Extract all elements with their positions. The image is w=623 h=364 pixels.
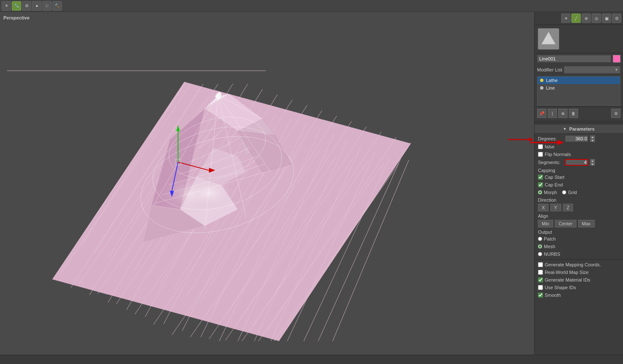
modifier-item-lathe[interactable]: Lathe [538,77,620,84]
stack-toolbar: 📌 | ⊗ 🗑 ⚙ [535,107,623,120]
make-unique-btn[interactable]: ⊗ [558,109,568,118]
direction-x-btn[interactable]: X [538,204,549,211]
sun-icon-btn[interactable]: ☀ [2,1,11,11]
utilities-icon-btn[interactable]: 🔨 [52,1,62,11]
cap-end-label: Cap End [545,182,563,187]
segments-label: Segments: [538,160,563,165]
modifier-list-dropdown[interactable]: ▼ [564,66,620,74]
weld-core-row: false [535,143,623,151]
weld-core-checkbox[interactable] [538,144,543,149]
nurbs-radio-label: NURBS [544,252,560,257]
direction-buttons: X Y Z [535,203,623,212]
mesh-radio-label: Mesh [544,244,555,249]
degrees-down-btn[interactable]: ▼ [590,139,595,142]
cap-end-row: Cap End [535,181,623,189]
modifier-stack: Lathe Line [537,76,620,106]
real-world-checkbox[interactable] [538,270,543,275]
segments-down-btn[interactable]: ▼ [590,162,595,166]
real-world-label: Real-World Map Size [545,270,589,275]
gen-material-label: Generate Material IDs [545,277,590,282]
config-btn[interactable]: ⚙ [611,109,620,118]
display-panel-btn[interactable]: ▣ [602,14,611,23]
hierarchy-icon-btn[interactable]: ⚙ [22,1,31,11]
use-shape-ids-row: Use Shape IDs [535,284,623,291]
cap-start-checkbox[interactable] [538,175,543,180]
direction-y-btn[interactable]: Y [550,204,561,211]
motion-panel-btn[interactable]: ◎ [592,14,601,23]
degrees-row: Degrees: ▲ ▼ [535,134,623,143]
hierarchy-panel-btn[interactable]: ⊕ [582,14,591,23]
top-toolbar: ☀ 🔧 ⚙ ● □ 🔨 [0,0,623,12]
morph-radio[interactable] [538,190,542,194]
flip-normals-row: Flip Normals [535,151,623,158]
modify-panel-btn[interactable]: ╱ [571,14,581,23]
direction-z-btn[interactable]: Z [563,204,573,211]
degrees-up-btn[interactable]: ▲ [590,135,595,139]
object-name-input[interactable] [537,55,611,63]
object-thumbnail [538,28,559,49]
object-color-swatch[interactable] [613,55,620,63]
show-result-btn[interactable]: | [548,109,557,118]
weld-core-label: false [545,144,554,149]
gen-mapping-checkbox[interactable] [538,262,543,267]
gen-mapping-row: Generate Mapping Coords. [535,261,623,268]
grid-radio[interactable] [562,190,566,194]
parameters-label: Parameters [569,126,595,131]
morph-grid-row: Morph Grid [535,189,623,196]
align-center-btn[interactable]: Center [555,220,576,227]
bottom-bar [0,355,623,364]
gen-material-row: Generate Material IDs [535,276,623,284]
collapse-icon: ▼ [563,127,567,131]
modifier-item-line[interactable]: Line [538,84,620,92]
smooth-checkbox[interactable] [538,293,543,298]
viewport[interactable]: Perspective [0,12,534,355]
mesh-radio[interactable] [538,244,542,249]
panel-divider-2 [535,259,623,260]
segments-spinner: ▲ ▼ [590,159,595,166]
utilities-panel-btn[interactable]: ⚙ [612,14,621,23]
patch-radio-label: Patch [544,236,556,241]
align-max-btn[interactable]: Max [578,220,595,227]
degrees-input[interactable] [565,135,588,142]
parameters-section-header[interactable]: ▼ Parameters [535,125,623,134]
capping-label: Capping [535,167,623,173]
panel-top-icons: ☀ ╱ ⊕ ◎ ▣ ⚙ [535,12,623,25]
remove-modifier-btn[interactable]: 🗑 [569,109,578,118]
gen-mapping-label: Generate Mapping Coords. [545,262,601,267]
grid-radio-label: Grid [568,190,577,195]
flip-normals-label: Flip Normals [545,152,571,157]
right-panel: ☀ ╱ ⊕ ◎ ▣ ⚙ [534,12,623,355]
cap-end-checkbox[interactable] [538,182,543,187]
line-dot [540,86,543,90]
degrees-spinner: ▲ ▼ [590,135,595,142]
create-icon-btn[interactable]: ☀ [561,14,571,23]
smooth-label: Smooth [545,293,561,298]
object-icon-area [535,25,623,53]
segments-input[interactable] [565,159,588,166]
flip-normals-checkbox[interactable] [538,152,543,157]
output-mesh-row: Mesh [535,243,623,250]
patch-radio[interactable] [538,237,542,241]
modifier-list-row: Modifier List ▼ [535,64,623,75]
output-label: Output [535,228,623,235]
direction-label: Direction [535,196,623,203]
align-buttons: Min Center Max [535,219,623,228]
modify-icon-btn[interactable]: 🔧 [12,1,21,11]
motion-icon-btn[interactable]: ● [32,1,41,11]
lathe-label: Lathe [546,78,558,83]
align-min-btn[interactable]: Min [538,220,553,227]
nurbs-radio[interactable] [538,252,542,256]
object-name-row [535,53,623,64]
use-shape-ids-checkbox[interactable] [538,285,543,290]
use-shape-ids-label: Use Shape IDs [545,285,576,290]
pin-stack-btn[interactable]: 📌 [537,109,546,118]
scene-svg [0,12,534,355]
segments-up-btn[interactable]: ▲ [590,159,595,162]
gen-material-checkbox[interactable] [538,277,543,282]
align-label: Align [535,212,623,219]
morph-radio-label: Morph [544,190,557,195]
real-world-row: Real-World Map Size [535,268,623,276]
segments-row: Segments: ▲ ▼ [535,158,623,167]
smooth-row: Smooth [535,291,623,299]
display-icon-btn[interactable]: □ [42,1,52,11]
